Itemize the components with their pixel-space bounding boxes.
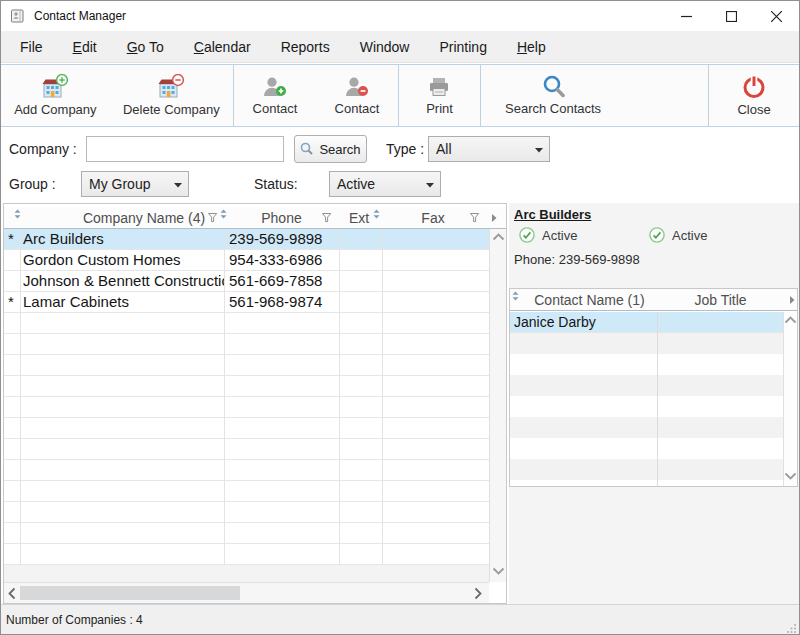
cell-job-title xyxy=(660,312,780,333)
company-rows: * Arc Builders 239-569-9898 Gordon Custo… xyxy=(4,229,489,313)
menu-calendar[interactable]: Calendar xyxy=(179,31,266,62)
column-job-title[interactable]: Job Title xyxy=(657,292,784,308)
cell-ext xyxy=(341,229,381,250)
menu-printing[interactable]: Printing xyxy=(424,31,501,62)
selected-company-phone: Phone: 239-569-9898 xyxy=(514,252,640,267)
grid-line xyxy=(382,229,383,565)
column-contact-name[interactable]: Contact Name (1) xyxy=(522,292,657,308)
resize-grip[interactable] xyxy=(787,623,797,633)
menu-edit[interactable]: Edit xyxy=(58,31,112,62)
print-icon xyxy=(428,76,450,98)
table-row[interactable]: * Lamar Cabinets 561-968-9874 xyxy=(4,292,489,313)
list-item[interactable]: Janice Darby xyxy=(510,312,784,333)
status-select[interactable]: Active xyxy=(329,171,441,197)
chevron-down-icon xyxy=(426,183,434,188)
company-search-input[interactable] xyxy=(86,136,284,162)
delete-company-button[interactable]: Delete Company xyxy=(113,65,230,126)
cell-company-name: Gordon Custom Homes xyxy=(23,250,223,271)
scroll-right-icon[interactable] xyxy=(474,587,482,600)
menu-window[interactable]: Window xyxy=(345,31,425,62)
empty-rows-grid xyxy=(4,313,489,565)
cell-phone: 239-569-9898 xyxy=(229,229,337,250)
menu-reports[interactable]: Reports xyxy=(266,31,345,62)
table-footer-strip xyxy=(4,565,506,582)
scroll-down-icon[interactable] xyxy=(492,567,505,575)
company-table: Company Name (4) Phone Ext Fax * Arc Bui… xyxy=(3,203,507,604)
status-bar: Number of Companies : 4 xyxy=(1,604,799,635)
menu-goto[interactable]: Go To xyxy=(112,31,179,62)
table-row[interactable]: * Arc Builders 239-569-9898 xyxy=(4,229,489,250)
app-icon xyxy=(10,8,26,24)
sort-updown-icon[interactable] xyxy=(373,209,380,219)
column-phone[interactable]: Phone xyxy=(234,210,329,226)
filter-funnel-icon[interactable] xyxy=(322,213,332,223)
scroll-up-icon[interactable] xyxy=(784,316,797,324)
cell-contact-name: Janice Darby xyxy=(514,312,654,333)
contact-table: Contact Name (1) Job Title Janice Darby xyxy=(509,288,798,487)
grid-line xyxy=(339,229,340,565)
table-row[interactable]: Gordon Custom Homes 954-333-6986 xyxy=(4,250,489,271)
menu-bar: File Edit Go To Calendar Reports Window … xyxy=(1,31,799,63)
row-marker: * xyxy=(8,292,20,313)
close-button[interactable]: Close xyxy=(727,65,780,126)
cell-company-name: Lamar Cabinets xyxy=(23,292,223,313)
empty-rows-grid xyxy=(510,333,784,486)
print-button[interactable]: Print xyxy=(416,65,463,126)
header-scroll-right-icon[interactable] xyxy=(789,296,796,305)
contact-rows: Janice Darby xyxy=(510,312,784,333)
delete-contact-button[interactable]: Contact xyxy=(325,65,390,126)
sort-updown-icon[interactable] xyxy=(220,209,227,219)
row-marker: * xyxy=(8,229,20,250)
company-label: Company : xyxy=(9,141,77,157)
scroll-left-icon[interactable] xyxy=(8,587,16,600)
header-scroll-right-icon[interactable] xyxy=(491,214,498,223)
add-contact-button[interactable]: Contact xyxy=(243,65,308,126)
window-title: Contact Manager xyxy=(34,9,126,23)
scroll-up-icon[interactable] xyxy=(492,233,505,241)
vertical-scrollbar[interactable] xyxy=(783,312,797,486)
vertical-scrollbar[interactable] xyxy=(489,229,506,582)
cell-ext xyxy=(341,292,381,313)
column-fax[interactable]: Fax xyxy=(397,210,469,226)
search-contacts-icon xyxy=(542,75,565,98)
scrollbar-thumb[interactable] xyxy=(20,586,240,600)
status-badge: Active xyxy=(519,227,577,243)
column-ext[interactable]: Ext xyxy=(342,210,376,226)
menu-help[interactable]: Help xyxy=(502,31,561,62)
horizontal-scrollbar[interactable] xyxy=(4,582,506,603)
table-row[interactable]: Johnson & Bennett Constructio 561-669-78… xyxy=(4,271,489,292)
cell-phone: 561-968-9874 xyxy=(229,292,337,313)
row-marker xyxy=(8,250,20,271)
filter-funnel-icon[interactable] xyxy=(208,213,218,223)
cell-fax xyxy=(385,229,485,250)
company-table-header: Company Name (4) Phone Ext Fax xyxy=(4,207,506,229)
cell-company-name: Johnson & Bennett Constructio xyxy=(23,271,224,292)
type-select[interactable]: All xyxy=(428,136,550,162)
row-marker xyxy=(8,271,20,292)
check-circle-icon xyxy=(519,227,535,243)
delete-contact-icon xyxy=(344,75,370,98)
maximize-button[interactable] xyxy=(709,1,754,31)
scroll-down-icon[interactable] xyxy=(784,472,797,480)
close-window-button[interactable] xyxy=(754,1,799,31)
detail-panel: Arc Builders Active Active Phone: 239-56… xyxy=(509,203,799,604)
filter-funnel-icon[interactable] xyxy=(470,213,480,223)
add-company-button[interactable]: Add Company xyxy=(4,65,106,126)
scrollbar-corner xyxy=(489,582,506,603)
filter-area: Company : Search Type : All Group : My G… xyxy=(1,128,799,203)
cell-ext xyxy=(341,250,381,271)
sort-updown-icon[interactable] xyxy=(14,209,21,219)
group-select[interactable]: My Group xyxy=(81,171,189,197)
search-button[interactable]: Search xyxy=(294,135,367,163)
status-badge: Active xyxy=(649,227,707,243)
cell-phone: 954-333-6986 xyxy=(229,250,337,271)
sort-updown-icon[interactable] xyxy=(512,291,519,301)
company-count-text: Number of Companies : 4 xyxy=(6,613,143,627)
menu-file[interactable]: File xyxy=(5,31,58,62)
cell-fax xyxy=(385,292,485,313)
toolbar: Add Company Delete Company Contact Conta… xyxy=(1,64,799,127)
minimize-button[interactable] xyxy=(664,1,709,31)
search-contacts-button[interactable]: Search Contacts xyxy=(495,65,611,126)
close-power-icon xyxy=(742,75,766,99)
grid-line xyxy=(657,312,658,486)
